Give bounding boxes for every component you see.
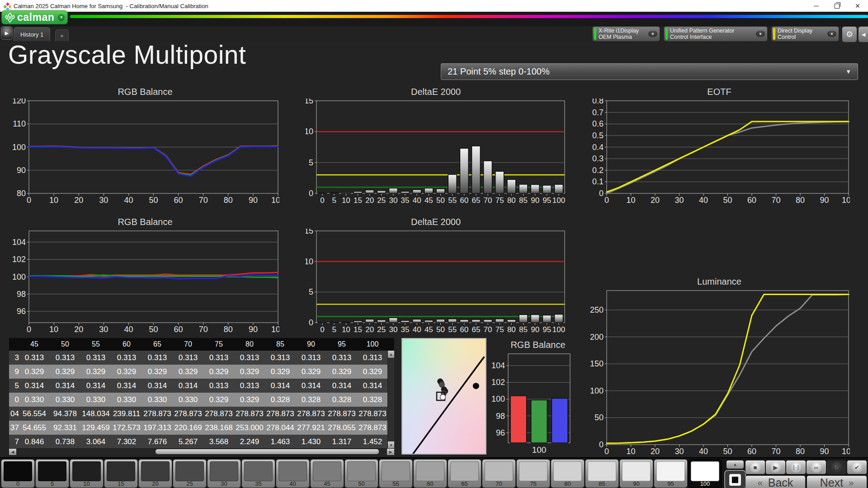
scroll-down-icon[interactable]: ▼ xyxy=(388,441,394,449)
svg-text:30: 30 xyxy=(99,196,108,203)
table-cell: 0.329 xyxy=(296,365,326,379)
table-cell: 0.330 xyxy=(142,393,173,407)
back-button[interactable]: « Back xyxy=(745,475,806,488)
continuous-button[interactable]: ∞ xyxy=(806,460,826,474)
display-control-dropdown[interactable]: Direct Display Control ▼ xyxy=(771,26,839,42)
meter-dropdown-label: X-Rite i1Display OEM Plasma xyxy=(599,28,646,41)
play-icon: ▶ xyxy=(770,462,781,473)
gray-patch-button-85[interactable]: 85 xyxy=(585,459,619,488)
svg-text:60: 60 xyxy=(174,196,183,203)
patch-scroll-up-button[interactable]: ▲ xyxy=(726,460,744,469)
svg-text:35: 35 xyxy=(401,325,410,333)
chart-title: RGB Balance xyxy=(11,87,279,99)
svg-text:0.3: 0.3 xyxy=(592,154,604,163)
table-horizontal-scrollbar[interactable]: ◀ ▶ xyxy=(9,448,394,455)
table-cell: 0.313 xyxy=(265,351,296,365)
table-cell: 0.329 xyxy=(50,365,80,379)
layout-dropdown-value: 21 Point 5% step 0-100% xyxy=(448,66,550,77)
window-titlebar: Calman 2025 Calman Home for Samsung - Ca… xyxy=(0,0,868,12)
gray-patch-button-100[interactable]: 100 xyxy=(688,459,722,488)
gray-patch-button-10[interactable]: 10 xyxy=(70,459,104,488)
clipped-cell: 9 xyxy=(9,365,19,379)
logo-row: calman ▼ xyxy=(0,12,868,26)
patch-label: 20 xyxy=(139,480,172,487)
patch-swatch xyxy=(416,461,444,481)
scrollbar-thumb[interactable] xyxy=(156,449,379,454)
pattern-window-button[interactable] xyxy=(724,470,746,488)
gray-patch-button-70[interactable]: 70 xyxy=(482,459,516,488)
table-cell: 0.330 xyxy=(50,393,80,407)
point-layout-dropdown[interactable]: 21 Point 5% step 0-100% ▼ xyxy=(441,63,858,80)
gray-patch-button-20[interactable]: 20 xyxy=(138,459,172,488)
collapse-panel-button[interactable]: ◀ xyxy=(858,26,868,42)
gray-patch-button-50[interactable]: 50 xyxy=(344,459,378,488)
chevrons-left-icon: « xyxy=(758,478,763,488)
stop-button[interactable]: ■ xyxy=(745,460,765,474)
svg-text:55: 55 xyxy=(448,325,457,333)
measure-button[interactable]: [··] xyxy=(786,460,806,474)
pattern-generator-dropdown[interactable]: Unified Pattern Generator Control Interf… xyxy=(664,26,768,42)
luminance-chart: Luminance 050100150200250010203040506070… xyxy=(589,277,850,456)
gray-patch-button-0[interactable]: 0 xyxy=(1,459,35,488)
gray-patch-button-65[interactable]: 65 xyxy=(448,459,481,488)
deltae-top-plot: 0510150510152025303540455055606570758085… xyxy=(306,99,566,203)
svg-text:40: 40 xyxy=(413,325,421,333)
svg-text:75: 75 xyxy=(495,325,504,333)
gray-patch-button-15[interactable]: 15 xyxy=(104,459,138,488)
workflow-expander-button[interactable]: ▶ xyxy=(1,26,13,40)
gray-patch-button-40[interactable]: 40 xyxy=(276,459,310,488)
svg-text:65: 65 xyxy=(472,325,480,333)
table-cell: 239.811 xyxy=(111,407,142,421)
eotf-plot: 00.10.20.30.40.50.60.70.8010203040506070… xyxy=(589,99,850,203)
maximize-button[interactable] xyxy=(826,0,847,12)
gray-patch-button-75[interactable]: 75 xyxy=(516,459,550,488)
calman-menu-button[interactable]: calman ▼ xyxy=(1,10,68,24)
chevron-down-icon: ▼ xyxy=(845,68,851,75)
gray-patch-button-55[interactable]: 55 xyxy=(379,459,413,488)
gray-patch-button-5[interactable]: 5 xyxy=(35,459,69,488)
gray-patch-button-25[interactable]: 25 xyxy=(173,459,207,488)
table-cell: 0.314 xyxy=(142,379,173,393)
table-cell: 0.313 xyxy=(234,351,265,365)
svg-text:30: 30 xyxy=(99,325,108,333)
gray-patch-button-35[interactable]: 35 xyxy=(241,459,275,488)
gray-patch-button-90[interactable]: 90 xyxy=(619,459,653,488)
play-button[interactable]: ▶ xyxy=(765,460,786,474)
gray-patch-button-95[interactable]: 95 xyxy=(654,459,688,488)
gray-patch-button-45[interactable]: 45 xyxy=(310,459,344,488)
svg-text:50: 50 xyxy=(723,196,732,203)
table-cell: 0.313 xyxy=(326,351,357,365)
minimize-button[interactable] xyxy=(806,0,826,12)
meter-dropdown[interactable]: X-Rite i1Display OEM Plasma ▼ xyxy=(592,26,660,42)
scroll-left-icon[interactable]: ◀ xyxy=(9,449,16,455)
table-row: 0456.55494.378148.034239.811278.873278.8… xyxy=(9,407,394,421)
deltae-mid-chart: DeltaE 2000 0510150510152025303540455055… xyxy=(306,217,566,334)
patch-label: 0 xyxy=(1,480,34,487)
next-button[interactable]: Next » xyxy=(807,475,867,488)
settings-button[interactable]: ⚙ xyxy=(842,26,857,42)
rgb-balance-bars-plot: 9698100102104100 xyxy=(491,352,571,455)
svg-text:102: 102 xyxy=(12,255,26,264)
svg-text:35: 35 xyxy=(401,196,410,203)
table-cell: 278.873 xyxy=(357,421,388,435)
refresh-button[interactable]: ↻ xyxy=(826,460,847,474)
table-vertical-scrollbar[interactable]: ▲ ▼ xyxy=(387,351,394,449)
minimize-icon xyxy=(814,6,819,6)
logo-dropdown-icon[interactable]: ▼ xyxy=(58,14,65,21)
table-cell: 278.873 xyxy=(326,407,357,421)
accept-button[interactable]: ✔ xyxy=(847,460,867,474)
gray-patch-button-80[interactable]: 80 xyxy=(551,459,585,488)
table-cell: 54.655 xyxy=(19,421,50,435)
close-button[interactable]: × xyxy=(847,0,868,12)
window-title: Calman 2025 Calman Home for Samsung - Ca… xyxy=(14,3,208,9)
scroll-right-icon[interactable]: ▶ xyxy=(387,449,394,455)
table-cell: 0.329 xyxy=(326,365,357,379)
tab-history-1[interactable]: History 1 xyxy=(14,27,50,41)
scroll-up-icon[interactable]: ▲ xyxy=(388,351,394,358)
gray-patch-button-60[interactable]: 60 xyxy=(413,459,447,488)
gray-patch-button-30[interactable]: 30 xyxy=(207,459,241,488)
patch-swatch xyxy=(278,461,307,481)
column-header: 85 xyxy=(265,338,296,351)
svg-text:0: 0 xyxy=(604,447,609,455)
table-cell: 0.330 xyxy=(173,393,203,407)
